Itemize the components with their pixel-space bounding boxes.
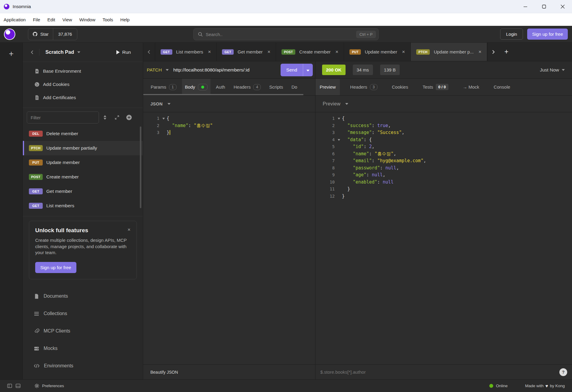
toggle-sidebar-button[interactable] bbox=[7, 384, 12, 388]
signup-free-button[interactable]: Sign up for free bbox=[35, 262, 76, 273]
panel-tab-label: Cookies bbox=[392, 84, 408, 90]
new-tab-button[interactable]: + bbox=[499, 43, 514, 61]
close-icon[interactable]: × bbox=[267, 49, 270, 55]
sidebar-nav: Documents Collections MCP Clients Mocks … bbox=[23, 287, 143, 375]
line-number-gutter: 9 bbox=[315, 172, 342, 179]
close-icon[interactable]: × bbox=[402, 49, 405, 55]
toggle-panel-button[interactable] bbox=[16, 384, 20, 388]
response-panel-tab[interactable]: Preview bbox=[315, 79, 340, 95]
request-item[interactable]: PUT Update member bbox=[23, 155, 143, 170]
run-button[interactable]: Run bbox=[116, 50, 131, 55]
code-line: 4 "data": { bbox=[315, 136, 572, 144]
sidebar-item-base-environment[interactable]: Base Environment bbox=[23, 65, 143, 78]
line-number-gutter: 11 bbox=[315, 186, 342, 193]
tab-label: Update member bbox=[365, 49, 397, 54]
menu-item[interactable]: File bbox=[29, 17, 44, 22]
request-panel-tab[interactable]: Headers 4 bbox=[231, 79, 264, 95]
response-panel-tab[interactable]: Headers 3 bbox=[346, 79, 382, 95]
cookie-icon bbox=[34, 82, 40, 87]
request-tab[interactable]: PUT Update member × bbox=[344, 43, 411, 61]
back-chevron-button[interactable] bbox=[30, 50, 34, 55]
request-item[interactable]: GET Get member bbox=[23, 184, 143, 199]
response-panel-tab[interactable]: → Mock bbox=[459, 79, 484, 95]
minimize-button[interactable] bbox=[516, 0, 535, 13]
response-filter-input[interactable] bbox=[320, 369, 559, 375]
request-tab[interactable]: PTCH Update member p... × bbox=[411, 43, 487, 61]
request-item[interactable]: GET List members bbox=[23, 199, 143, 213]
response-history-dropdown[interactable]: Just Now bbox=[540, 67, 565, 73]
online-dot-icon bbox=[489, 384, 493, 388]
workspace-name[interactable]: Scratch Pad bbox=[45, 49, 74, 55]
request-item[interactable]: PTCH Update member partially bbox=[23, 141, 143, 155]
method-badge: PTCH bbox=[416, 49, 430, 55]
horizontal-scrollbar[interactable] bbox=[143, 94, 303, 95]
chevron-right-icon bbox=[491, 50, 495, 54]
request-panel-tab[interactable]: Auth bbox=[213, 79, 228, 95]
request-panel-tab[interactable]: Body bbox=[182, 79, 211, 95]
global-search[interactable]: Ctrl + P bbox=[193, 28, 379, 40]
sort-button[interactable] bbox=[99, 115, 111, 120]
search-input[interactable] bbox=[206, 32, 353, 37]
beautify-json-button[interactable]: Beautify JSON bbox=[150, 370, 178, 375]
tab-label: Create member bbox=[299, 49, 331, 54]
sidebar-item-mocks[interactable]: Mocks bbox=[23, 340, 143, 357]
send-options-button[interactable] bbox=[303, 67, 313, 72]
menu-item[interactable]: View bbox=[59, 17, 75, 22]
filter-input[interactable] bbox=[27, 111, 99, 123]
response-panel-tab[interactable]: Console bbox=[490, 79, 515, 95]
close-icon[interactable]: × bbox=[478, 49, 481, 55]
response-preview[interactable]: 1 { 2 "success": true, 3 "message": "Suc… bbox=[315, 112, 572, 364]
sidebar-item-add-certificates[interactable]: Add Certificates bbox=[23, 91, 143, 104]
close-icon[interactable]: × bbox=[208, 49, 211, 55]
sidebar-item-environments[interactable]: Environments bbox=[23, 357, 143, 375]
send-button[interactable]: Send bbox=[281, 64, 313, 76]
tabs-scroll-left-button[interactable] bbox=[143, 43, 155, 61]
request-label: Create member bbox=[46, 174, 79, 180]
close-icon[interactable]: × bbox=[128, 227, 131, 232]
sidebar-item-documents[interactable]: Documents bbox=[23, 287, 143, 305]
response-panel-tab[interactable]: Tests 0 / 0 bbox=[418, 79, 452, 95]
body-type-selector[interactable]: JSON bbox=[143, 96, 315, 112]
tabs-scroll-right-button[interactable] bbox=[487, 43, 499, 61]
add-request-button[interactable] bbox=[123, 114, 135, 120]
scrollbar[interactable] bbox=[140, 126, 141, 208]
menu-item[interactable]: Edit bbox=[44, 17, 59, 22]
help-button[interactable]: ? bbox=[559, 368, 567, 376]
preferences-button[interactable]: Preferences bbox=[34, 383, 64, 388]
divider bbox=[23, 216, 143, 216]
line-number-gutter: 3 bbox=[315, 129, 342, 136]
request-item[interactable]: DEL Delete member bbox=[23, 126, 143, 141]
menu-item[interactable]: Tools bbox=[99, 17, 117, 22]
sidebar-item-collections[interactable]: Collections bbox=[23, 305, 143, 322]
close-button[interactable] bbox=[553, 0, 572, 13]
sidebar-item-mcp-clients[interactable]: MCP Clients bbox=[23, 322, 143, 340]
method-badge: POST bbox=[281, 49, 295, 55]
menu-item[interactable]: Window bbox=[76, 17, 99, 22]
request-tab[interactable]: POST Create member × bbox=[276, 43, 344, 61]
menu-item[interactable]: Application bbox=[0, 17, 29, 22]
new-workspace-button[interactable]: + bbox=[9, 49, 14, 58]
github-star-button[interactable]: Star bbox=[28, 29, 53, 40]
github-star-count[interactable]: 37,876 bbox=[53, 32, 77, 37]
request-body-editor[interactable]: 1 { 2 "name": "홍수정" 3 } bbox=[143, 112, 315, 364]
preview-mode-selector[interactable]: Preview bbox=[315, 96, 572, 112]
request-panel-tab[interactable]: Params 1 bbox=[148, 79, 180, 95]
maximize-button[interactable] bbox=[535, 0, 553, 13]
method-selector[interactable]: PATCH bbox=[147, 67, 162, 73]
code-line: 1 { bbox=[315, 115, 572, 122]
sidebar-item-add-cookies[interactable]: Add Cookies bbox=[23, 78, 143, 91]
login-button[interactable]: Login bbox=[500, 29, 523, 40]
close-icon[interactable]: × bbox=[335, 49, 338, 55]
request-panel-tab[interactable]: Do bbox=[288, 79, 300, 95]
expand-all-button[interactable] bbox=[111, 115, 123, 120]
request-tab[interactable]: GET List members × bbox=[155, 43, 217, 61]
signup-button[interactable]: Sign up for free bbox=[527, 29, 568, 40]
url-input[interactable] bbox=[173, 67, 278, 73]
request-pane: Params 1 Body Auth bbox=[143, 79, 315, 379]
request-panel-tab[interactable]: Scripts bbox=[266, 79, 286, 95]
request-tab[interactable]: GET Get member × bbox=[217, 43, 276, 61]
menu-item[interactable]: Help bbox=[117, 17, 133, 22]
response-meta-section: 200 OK 34 ms 139 B Just Now bbox=[315, 61, 572, 78]
request-item[interactable]: POST Create member bbox=[23, 170, 143, 184]
response-panel-tab[interactable]: Cookies bbox=[388, 79, 412, 95]
